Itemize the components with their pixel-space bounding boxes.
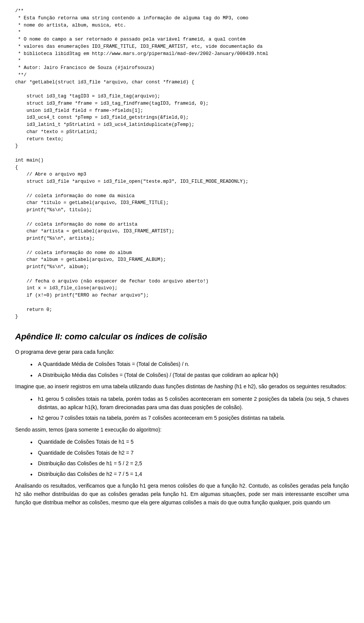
section-title: Apêndice II: como calcular os índices de… xyxy=(15,332,349,342)
list-item: A Quantidade Média de Colisões Totais = … xyxy=(30,360,349,368)
paragraph1: Imagine que, ao inserir registros em uma… xyxy=(15,382,349,391)
list-item: h2 gerou 7 colisões totais na tabela, po… xyxy=(30,414,349,422)
bullet-list-3: Quantidade de Colisões Totais de h1 = 5Q… xyxy=(30,438,349,479)
intro-text: O programa deve gerar para cada função: xyxy=(15,348,349,356)
list-item: h1 gerou 5 colisões totais na tabela, po… xyxy=(30,395,349,412)
list-item: Quantidade de Colisões Totais de h1 = 5 xyxy=(30,438,349,446)
bullet-list-1: A Quantidade Média de Colisões Totais = … xyxy=(30,360,349,379)
code-section: /** * Esta função retorna uma string con… xyxy=(15,8,349,320)
list-item: Quantidade de Colisões Totais de h2 = 7 xyxy=(30,449,349,457)
list-item: Distribuição das Colisões de h2 = 7 / 5 … xyxy=(30,470,349,478)
paragraph3: Analisando os resultados, verificamos qu… xyxy=(15,482,349,507)
paragraph2: Sendo assim, temos (para somente 1 execu… xyxy=(15,425,349,434)
bullet-list-2: h1 gerou 5 colisões totais na tabela, po… xyxy=(30,395,349,422)
list-item: A Distribuição Média das Colisões = (Tot… xyxy=(30,371,349,379)
list-item: Distribuição das Colisões de h1 = 5 / 2 … xyxy=(30,459,349,468)
appendix-section: Apêndice II: como calcular os índices de… xyxy=(15,332,349,507)
italic-text: hashing xyxy=(214,383,233,389)
code-block: /** * Esta função retorna uma string con… xyxy=(15,8,349,320)
